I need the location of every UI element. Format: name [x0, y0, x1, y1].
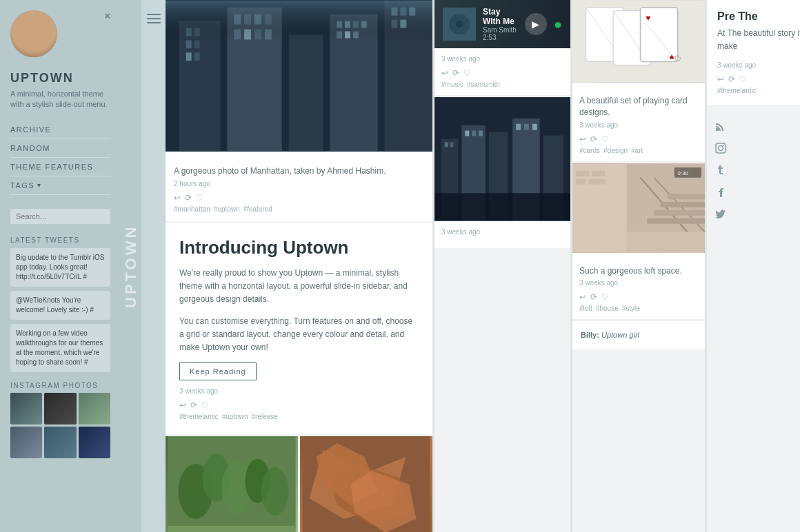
reblog-music-icon[interactable]: ⟳ [452, 68, 459, 78]
twitter-icon[interactable] [715, 209, 800, 223]
music-card-time: 3 weeks ago [441, 55, 563, 63]
column-3: ♥ ♥ A beautiful set of playing card desi… [572, 0, 707, 532]
instagram-photo-6[interactable] [79, 427, 110, 458]
tag-art[interactable]: #art [631, 147, 643, 154]
music-actions: ↩ ⟳ ♡ [441, 68, 563, 78]
loft-caption: Such a gorgeous loft space. [579, 265, 698, 277]
play-button[interactable]: ▶ [525, 13, 547, 35]
tag-uptown[interactable]: #uptown [214, 205, 240, 213]
intro-title: Introducing Uptown [179, 237, 419, 258]
instagram-photo-2[interactable] [44, 393, 76, 424]
svg-rect-6 [186, 52, 192, 61]
playing-caption: A beautiful set of playing card designs. [579, 95, 698, 119]
tag-uptown-2[interactable]: #uptown [222, 413, 248, 420]
instagram-icon[interactable] [715, 143, 800, 156]
instagram-photo-4[interactable] [10, 427, 42, 458]
loft-tags: #loft #house #style [579, 305, 698, 312]
hamburger-area [141, 0, 166, 532]
keep-reading-button[interactable]: Keep Reading [179, 362, 257, 380]
quote-card: Billy: Uptown girl [572, 321, 705, 349]
tag-music[interactable]: #music [441, 81, 463, 88]
latest-tweets-title: LATEST TWEETS [10, 236, 110, 244]
music-info: Stay With Me Sam Smith 2:53 [483, 7, 518, 41]
intro-actions: ↩ ⟳ ♡ [179, 400, 419, 410]
playing-card-card: ♥ ♥ A beautiful set of playing card desi… [572, 0, 705, 161]
tag-themelantic[interactable]: #themelantic [179, 413, 219, 420]
reblog-playing-icon[interactable]: ⟳ [590, 134, 597, 144]
nav-archive[interactable]: ARCHIVE [10, 121, 110, 139]
tag-house[interactable]: #house [596, 305, 619, 312]
instagram-photo-3[interactable] [79, 393, 110, 424]
spotify-icon[interactable]: ● [554, 17, 562, 32]
sidebar: × UPTOWN A minimal, horizontal theme wit… [0, 0, 121, 532]
close-button[interactable]: × [105, 10, 110, 21]
svg-text:0:30: 0:30 [678, 170, 689, 176]
svg-point-39 [261, 467, 289, 515]
like-icon-2[interactable]: ♡ [201, 400, 209, 410]
facebook-icon[interactable] [715, 187, 800, 201]
tag-featured[interactable]: #featured [243, 205, 272, 213]
site-title: UPTOWN [10, 71, 110, 85]
svg-rect-32 [166, 1, 432, 42]
nav-theme-features[interactable]: THEME FEATURES [10, 158, 110, 176]
music-tags: #music #samsmith [441, 81, 563, 88]
music-artist: Sam Smith [483, 26, 518, 34]
svg-rect-85 [576, 178, 586, 184]
tag-loft[interactable]: #loft [579, 305, 592, 312]
like-music-icon[interactable]: ♡ [463, 68, 471, 78]
share-loft-icon[interactable]: ↩ [579, 292, 586, 302]
tag-design[interactable]: #design [603, 147, 628, 154]
city-time: 3 weeks ago [441, 228, 563, 236]
music-card: Stay With Me Sam Smith 2:53 ▶ ● 3 weeks … [434, 0, 570, 95]
avatar [10, 10, 57, 57]
tag-style-loft[interactable]: #style [622, 305, 640, 312]
share-icon-2[interactable]: ↩ [179, 400, 186, 410]
music-player: Stay With Me Sam Smith 2:53 ▶ ● [434, 0, 570, 48]
like-loft-icon[interactable]: ♡ [601, 292, 609, 302]
instagram-photo-5[interactable] [44, 427, 76, 458]
share-playing-icon[interactable]: ↩ [579, 134, 586, 144]
rss-icon[interactable] [715, 121, 800, 134]
reblog-icon-2[interactable]: ⟳ [190, 400, 197, 410]
reblog-loft-icon[interactable]: ⟳ [590, 292, 597, 302]
featured-time: 2 hours ago [174, 180, 424, 187]
like-playing-icon[interactable]: ♡ [601, 134, 609, 144]
wallets-card: A gorgeous selection of leather wallets.… [300, 436, 432, 532]
tag-preview-themelantic[interactable]: #themelantic [717, 87, 757, 94]
chevron-down-icon: ▾ [37, 181, 41, 189]
share-preview-icon[interactable]: ↩ [717, 74, 724, 84]
playing-card-image: ♥ ♥ [572, 0, 705, 83]
tag-manhattan[interactable]: #manhattan [174, 205, 210, 213]
nav-tags[interactable]: TAGS ▾ [10, 176, 110, 195]
svg-rect-82 [572, 164, 627, 252]
tag-samsmith[interactable]: #samsmith [467, 81, 500, 88]
svg-rect-65 [524, 124, 529, 130]
reblog-icon[interactable]: ⟳ [185, 193, 192, 203]
share-icon[interactable]: ↩ [174, 193, 181, 203]
hamburger-line-3 [147, 22, 161, 23]
music-time: 2:53 [483, 34, 518, 41]
search-input[interactable] [10, 209, 110, 224]
nav-random[interactable]: RANDOM [10, 139, 110, 158]
nav-links: ARCHIVE RANDOM THEME FEATURES TAGS ▾ [10, 121, 110, 195]
instagram-title: INSTAGRAM PHOTOS [10, 382, 110, 389]
hamburger-menu-button[interactable] [147, 14, 161, 23]
intro-text-2: You can customise everything. Turn featu… [179, 315, 419, 355]
tag-release[interactable]: #release [252, 413, 278, 420]
column-2: Stay With Me Sam Smith 2:53 ▶ ● 3 weeks … [434, 0, 572, 532]
tumblr-icon[interactable] [715, 165, 800, 178]
svg-rect-87 [647, 218, 705, 223]
svg-rect-67 [434, 193, 570, 220]
share-music-icon[interactable]: ↩ [441, 68, 448, 78]
like-icon[interactable]: ♡ [196, 193, 203, 203]
featured-photo-card: A gorgeous photo of Manhattan, taken by … [166, 0, 432, 221]
column-1: A gorgeous photo of Manhattan, taken by … [166, 0, 434, 532]
plants-wallets-card: A lovely collection of house plants. Pho… [166, 436, 432, 532]
instagram-photo-1[interactable] [10, 393, 42, 424]
loft-body: Such a gorgeous loft space. 3 weeks ago … [572, 253, 705, 320]
reblog-preview-icon[interactable]: ⟳ [728, 74, 735, 84]
svg-rect-90 [668, 194, 705, 199]
tag-cards[interactable]: #cards [579, 147, 600, 154]
city-night-card: 3 weeks ago [434, 97, 570, 248]
like-preview-icon[interactable]: ♡ [739, 74, 747, 84]
